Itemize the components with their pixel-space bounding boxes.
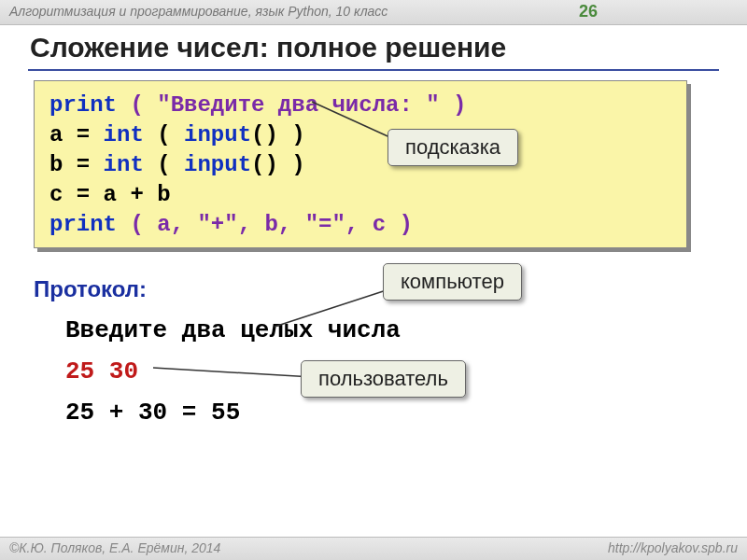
svg-line-2 — [153, 368, 313, 377]
kw-input: input — [184, 152, 251, 177]
connector-user — [149, 362, 317, 381]
footer-url: http://kpolyakov.spb.ru — [608, 540, 738, 555]
slide-title: Сложение чисел: полное решение — [30, 32, 506, 63]
code-text: ( — [144, 152, 184, 177]
kw-print: print — [49, 92, 117, 118]
code-text: ( — [144, 122, 184, 147]
callout-text: пользователь — [318, 367, 448, 390]
footer-bar: ©К.Ю. Поляков, Е.А. Ерёмин, 2014 http://… — [0, 537, 747, 560]
code-line-3: b = int ( input() ) — [49, 150, 671, 180]
callout-text: компьютер — [401, 270, 504, 293]
code-line-4: c = a + b — [49, 180, 671, 210]
callout-hint: подсказка — [388, 129, 518, 166]
page-number: 26 — [579, 2, 598, 21]
code-line-5: print ( a, "+", b, "=", c ) — [49, 210, 671, 240]
code-text: b = — [49, 152, 104, 177]
callout-computer: компьютер — [383, 263, 522, 301]
slide: Алгоритмизация и программирование, язык … — [0, 0, 747, 560]
code-text: () ) — [251, 152, 305, 177]
code-text: ( a, "+", b, "=", c ) — [117, 212, 413, 237]
code-text: a = — [49, 122, 104, 147]
header-bar: Алгоритмизация и программирование, язык … — [0, 0, 747, 25]
code-text: () ) — [251, 122, 305, 147]
protocol-label: Протокол: — [34, 276, 147, 302]
kw-int: int — [104, 122, 144, 147]
code-text: ( "Введите два числа: " ) — [117, 92, 466, 118]
kw-int: int — [104, 152, 144, 177]
protocol-line-3: 25 + 30 = 55 — [65, 392, 401, 433]
course-label: Алгоритмизация и программирование, язык … — [9, 4, 388, 19]
kw-input: input — [184, 122, 251, 147]
authors-text: К.Ю. Поляков, Е.А. Ерёмин, 2014 — [19, 540, 220, 555]
footer-authors: ©К.Ю. Поляков, Е.А. Ерёмин, 2014 — [9, 540, 220, 555]
callout-user: пользователь — [301, 360, 466, 398]
title-underline — [28, 69, 719, 71]
kw-print: print — [49, 212, 117, 237]
callout-text: подсказка — [405, 135, 500, 159]
